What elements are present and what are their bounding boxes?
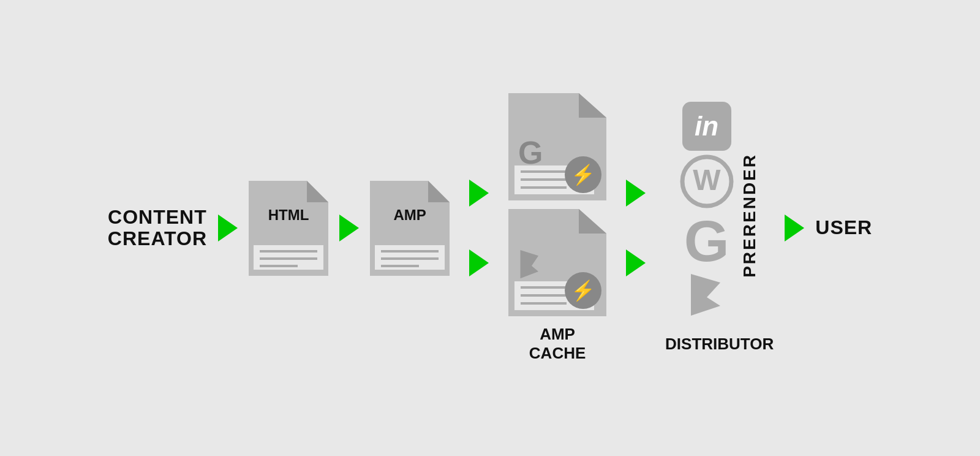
- cache-to-dist-arrows: [615, 180, 657, 276]
- amp-cache-label: AMP CACHE: [529, 325, 586, 363]
- svg-marker-27: [691, 274, 720, 316]
- html-doc-block: HTML: [249, 181, 328, 276]
- content-creator-label: CONTENT CREATOR: [108, 207, 207, 249]
- arrow-split-top: [469, 180, 489, 207]
- svg-marker-1: [307, 181, 328, 202]
- diagram: CONTENT CREATOR HTML: [83, 81, 897, 375]
- amp-doc-block: AMP: [370, 181, 450, 276]
- html-label: HTML: [268, 207, 309, 224]
- svg-marker-13: [579, 93, 606, 118]
- prerender-label: PRERENDER: [740, 153, 760, 278]
- svg-text:W: W: [693, 164, 721, 196]
- amp-label: AMP: [393, 207, 426, 224]
- bing-cache-doc: ⚡: [508, 209, 606, 316]
- bolt-icon-top: ⚡: [571, 163, 595, 186]
- distributor-block: in W G: [665, 102, 774, 354]
- user-label: USER: [815, 217, 872, 238]
- bing-logo: [514, 250, 548, 287]
- user-block: USER: [815, 217, 872, 238]
- content-creator-block: CONTENT CREATOR: [108, 207, 207, 249]
- bolt-icon-bottom: ⚡: [571, 279, 595, 302]
- dist-icons-column: in W G: [680, 102, 734, 329]
- distributor-section: in W G: [680, 102, 760, 329]
- arrow-2: [339, 215, 359, 241]
- wordpress-icon: W: [680, 154, 734, 208]
- lightning-badge-bottom: ⚡: [565, 272, 601, 309]
- html-doc-icon: HTML: [249, 181, 328, 276]
- amp-cache-block: G ⚡: [508, 93, 606, 363]
- arrow-1: [218, 215, 238, 241]
- arrow-5: [785, 215, 804, 241]
- arrow-cache-top: [626, 180, 646, 207]
- bing-dist-icon: [684, 274, 729, 329]
- google-cache-doc: G ⚡: [508, 93, 606, 200]
- google-dist-icon: G: [684, 212, 729, 270]
- google-logo: G: [518, 137, 543, 169]
- lightning-badge-top: ⚡: [565, 156, 601, 193]
- linkedin-icon: in: [682, 102, 731, 151]
- svg-marker-24: [521, 250, 539, 278]
- distributor-label: DISTRIBUTOR: [665, 335, 774, 354]
- svg-marker-19: [579, 209, 606, 234]
- split-arrow-group: [458, 180, 500, 276]
- arrow-split-bottom: [469, 249, 489, 276]
- svg-marker-7: [428, 181, 450, 202]
- arrow-cache-bottom: [626, 249, 646, 276]
- linkedin-letter: in: [695, 111, 718, 142]
- amp-doc-icon: AMP: [370, 181, 450, 276]
